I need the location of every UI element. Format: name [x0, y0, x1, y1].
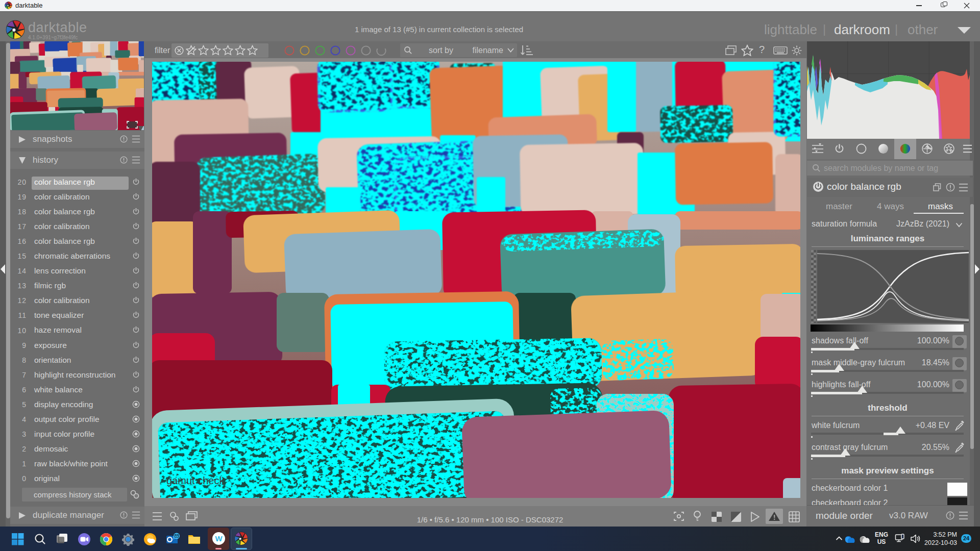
- svg-text:W: W: [215, 534, 223, 543]
- svg-text:gamut check: gamut check: [166, 475, 225, 486]
